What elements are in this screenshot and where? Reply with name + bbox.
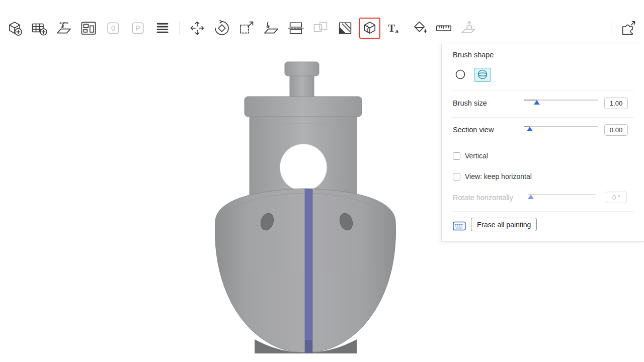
auto-orient-button[interactable]: AUTO [53,18,74,39]
vertical-checkbox-row[interactable]: Vertical [453,152,488,160]
badge-p-icon: P [129,20,146,37]
keep-horizontal-checkbox-label: View: keep horizontal [465,172,532,180]
rotate-icon [213,20,230,37]
keyboard-shortcut-icon[interactable] [453,221,466,231]
move-icon [189,20,206,37]
sphere-brush-icon [476,68,489,82]
seam-painting-panel: Brush shape Brush size [441,44,644,242]
lay-flat-icon [263,20,280,37]
arrange-button[interactable] [78,18,99,39]
measure-button[interactable] [433,18,454,39]
brush-shape-options [452,68,491,82]
slider-handle[interactable] [527,127,533,131]
text-button[interactable]: Ta [384,18,405,39]
3d-viewport[interactable]: Brush shape Brush size [0,44,644,362]
brush-size-slider[interactable] [524,97,598,105]
svg-text:0: 0 [111,24,115,32]
brush-shape-label: Brush shape [453,51,494,59]
color-painting-button[interactable] [409,18,430,39]
circle-brush-icon [454,68,466,82]
layers-button[interactable] [152,18,173,39]
rotate-horizontally-input: 0 ° [606,192,627,203]
rotate-horizontally-slider [528,191,596,199]
ruler-icon [435,20,452,37]
layers-icon [154,20,171,37]
divider [452,90,634,90]
support-paint-icon [337,20,354,37]
support-painting-button[interactable] [335,18,356,39]
lay-on-face-button[interactable] [261,18,282,39]
svg-text:a: a [395,27,399,34]
erase-all-painting-button[interactable]: Erase all painting [471,218,537,231]
vertical-checkbox[interactable] [453,152,460,160]
vertical-checkbox-label: Vertical [465,152,488,160]
toolbar-separator [611,21,611,35]
scale-button[interactable] [236,18,257,39]
brush-size-input[interactable]: 1.00 [604,98,628,109]
add-plate-button[interactable] [29,18,50,39]
benchy-model[interactable] [206,59,405,353]
seam-icon [361,20,378,37]
cut-icon [287,20,304,37]
seam-painting-button[interactable] [359,18,380,39]
keep-horizontal-checkbox-row[interactable]: View: keep horizontal [453,172,532,180]
brush-shape-circle-option[interactable] [452,68,469,82]
slider-handle[interactable] [534,100,540,105]
arrange-icon [80,20,97,37]
move-button[interactable] [187,18,208,39]
section-view-input[interactable]: 0.00 [604,124,628,136]
plate-index-p-button: P [127,18,148,39]
paint-icon [411,20,428,37]
mirror-icon [312,20,329,37]
text-icon: Ta [386,20,403,37]
svg-text:P: P [135,24,140,32]
assembly-view-button[interactable] [618,18,639,39]
assembly-icon [460,20,477,37]
assemble-button [458,18,479,39]
plate-index-0-button: 0 [103,18,124,39]
svg-text:AUTO: AUTO [59,21,68,25]
plate-plus-icon [31,20,48,37]
divider [452,211,634,212]
slider-handle [528,195,534,199]
svg-text:T: T [388,23,395,34]
cut-button[interactable] [285,18,306,39]
add-object-button[interactable] [4,18,25,39]
scale-icon [238,20,255,37]
rotate-horizontally-label: Rotate horizontally [453,194,513,202]
brush-size-label: Brush size [453,99,487,107]
section-view-slider[interactable] [524,123,598,131]
section-view-label: Section view [453,126,494,134]
divider [452,144,634,144]
cube-plus-icon [6,20,23,37]
puzzle-icon [620,20,637,37]
keep-horizontal-checkbox[interactable] [453,173,460,180]
brush-shape-sphere-option[interactable] [474,68,491,82]
rotate-button[interactable] [211,18,232,39]
main-toolbar: AUTO0PTa [0,0,644,43]
badge-0-icon: 0 [105,20,122,37]
divider [452,117,634,118]
toolbar-separator [180,21,180,35]
auto-orient-icon: AUTO [55,20,72,37]
mirror-button [310,18,331,39]
